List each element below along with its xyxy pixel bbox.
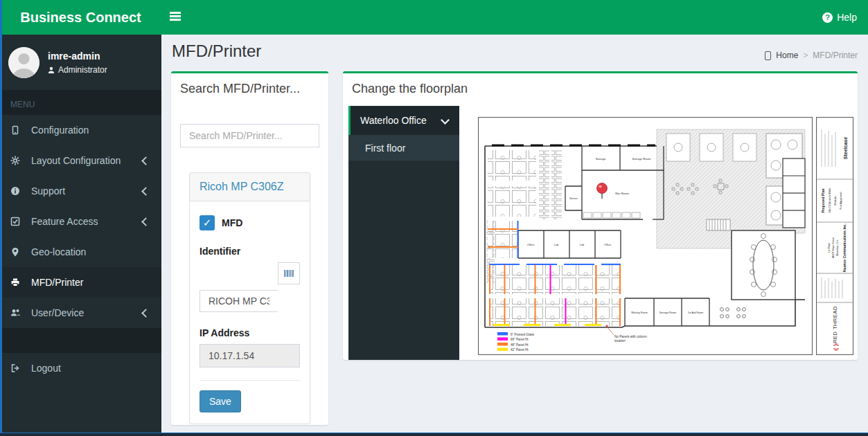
titleblock-vendor: RED THREAD xyxy=(832,306,838,343)
menu-section-label: MENU xyxy=(0,90,161,115)
breadcrumb-current: MFD/Printer xyxy=(813,51,858,60)
help-link[interactable]: ? Help xyxy=(822,0,857,35)
search-mfd-card: Search MFD/Printer... Ricoh MP C306Z ✓ M… xyxy=(171,71,328,425)
bench-row xyxy=(489,298,621,326)
plan-note-line1: No Panels with column xyxy=(614,335,647,338)
device-panel: Ricoh MP C306Z ✓ MFD Identifier IP Addre… xyxy=(189,172,310,424)
legend-label: 42" Panel Ht xyxy=(511,348,529,352)
stairs xyxy=(707,219,730,230)
brand-logo[interactable]: Business Connect xyxy=(0,0,161,35)
chevron-down-icon xyxy=(441,116,450,125)
user-name: imre-admin xyxy=(48,51,107,62)
titleblock-proposal2: 36x72 Bench With xyxy=(828,188,831,213)
sidebar-divider xyxy=(0,328,161,353)
floorplan-image[interactable]: Storage Storage Room War Room Server xyxy=(478,117,853,355)
chevron-left-icon xyxy=(141,156,150,165)
sidebar-item-support[interactable]: Support xyxy=(0,176,161,206)
info-icon xyxy=(10,186,24,196)
legend-swatch-48-panel xyxy=(497,343,508,346)
room-label-server: Server xyxy=(569,197,578,200)
brand-text: Business Connect xyxy=(20,10,141,26)
sidebar-item-geo-location[interactable]: Geo-location xyxy=(0,237,161,267)
barcode-icon xyxy=(283,269,294,278)
room-label-waiting: Waiting Room xyxy=(631,311,648,314)
room-label-war-room: War Room xyxy=(615,192,629,195)
sidebar-item-feature-access[interactable]: Feature Access xyxy=(0,206,161,237)
legend-swatch-66-panel xyxy=(497,338,508,341)
titleblock-addr3: Waterloo, Ont xyxy=(836,239,839,255)
top-navbar: Business Connect ? Help xyxy=(0,0,868,35)
breadcrumb: Home > MFD/Printer xyxy=(765,51,858,60)
floorplan-nav: Waterloo Office First floor xyxy=(348,106,459,360)
mfd-checkbox-label: MFD xyxy=(222,217,242,228)
desk-cluster xyxy=(488,186,536,217)
breadcrumb-separator: > xyxy=(803,51,808,60)
ip-address-label: IP Address xyxy=(200,327,300,338)
save-button[interactable]: Save xyxy=(200,390,241,412)
titleblock-addr1: 1st Floor xyxy=(828,242,831,253)
room-label-first-aid: 1st Aid Room xyxy=(688,311,704,314)
search-input[interactable] xyxy=(180,124,319,147)
room-label-storage: Storage xyxy=(596,157,606,161)
help-label: Help xyxy=(837,12,857,23)
room-label-storage-b: Storage Room xyxy=(659,311,676,314)
legend-swatch-42-panel xyxy=(497,348,508,352)
mfd-checkbox[interactable]: ✓ xyxy=(200,215,215,230)
chevron-left-icon xyxy=(141,309,150,318)
sign-out-icon xyxy=(10,363,24,373)
legend-label: 66" Panel Ht xyxy=(511,338,529,341)
ip-address-input xyxy=(200,344,300,367)
office-selector-waterloo[interactable]: Waterloo Office xyxy=(348,106,459,135)
device-panel-title: Ricoh MP C306Z xyxy=(190,173,310,201)
legend-swatch-frosted-glass xyxy=(497,332,508,336)
sidebar: imre-admin Administrator MENU Configurat… xyxy=(0,35,161,433)
room-label-storage-room: Storage Room xyxy=(632,157,652,161)
app-window: Business Connect ? Help imre-admin Admin… xyxy=(0,0,868,436)
barcode-button[interactable] xyxy=(278,262,300,284)
room-label-office-a: Office xyxy=(527,243,535,246)
chevron-left-icon xyxy=(141,187,150,196)
divider xyxy=(200,380,300,381)
titleblock-client: Nuance Communications Inc. xyxy=(842,223,847,272)
users-icon xyxy=(10,308,24,318)
floor-item-first-floor[interactable]: First floor xyxy=(348,135,459,161)
titleblock-proposal4: For Approval xyxy=(839,192,842,210)
avatar xyxy=(8,47,39,78)
sidebar-item-mfd-printer[interactable]: MFD/Printer xyxy=(0,267,161,298)
sidebar-toggle-button[interactable] xyxy=(170,12,182,23)
user-role: Administrator xyxy=(58,65,107,75)
titleblock: Steelcase Proposed Plan 36x72 Bench With… xyxy=(817,118,853,355)
titleblock-proposal1: Proposed Plan xyxy=(821,188,825,212)
titleblock-addr2: 460 Phillips Street xyxy=(832,237,835,259)
storage-rack xyxy=(539,150,549,219)
map-marker-icon xyxy=(10,247,24,257)
identifier-input[interactable] xyxy=(200,290,278,312)
question-circle-icon: ? xyxy=(822,12,833,23)
room-label-lab-a: Lab xyxy=(554,243,559,246)
sidebar-item-logout[interactable]: Logout xyxy=(0,353,161,383)
room-label-office-b: Office xyxy=(604,243,612,246)
sidebar-item-user-device[interactable]: User/Device xyxy=(0,298,161,328)
legend-label: 48" Panel Ht xyxy=(511,343,529,347)
chevron-left-icon xyxy=(141,217,150,226)
plan-note-line2: location xyxy=(614,339,626,343)
identifier-label: Identifier xyxy=(200,246,300,257)
user-panel: imre-admin Administrator xyxy=(0,35,161,90)
search-card-title: Search MFD/Printer... xyxy=(171,73,328,96)
legend-label: 6" Frosted Glass xyxy=(511,333,535,336)
printer-icon xyxy=(10,278,24,287)
user-icon xyxy=(48,66,55,73)
sidebar-item-layout-configuration[interactable]: Layout Configuration xyxy=(0,145,161,176)
titleblock-brand: Steelcase xyxy=(843,137,848,159)
home-icon xyxy=(765,51,771,60)
conference-room xyxy=(732,230,795,300)
check-square-icon xyxy=(10,217,24,226)
window-border-bottom xyxy=(0,433,868,436)
breadcrumb-home-link[interactable]: Home xyxy=(776,51,798,60)
floorplan-card: Change the floorplan Waterloo Office Fir… xyxy=(343,71,858,360)
sidebar-item-configuration[interactable]: Configuration xyxy=(0,115,161,145)
storage-rack xyxy=(551,150,562,219)
window-border-left xyxy=(0,0,2,436)
bench-row xyxy=(489,265,621,294)
floorplan-sheet: Storage Storage Room War Room Server xyxy=(479,118,813,355)
